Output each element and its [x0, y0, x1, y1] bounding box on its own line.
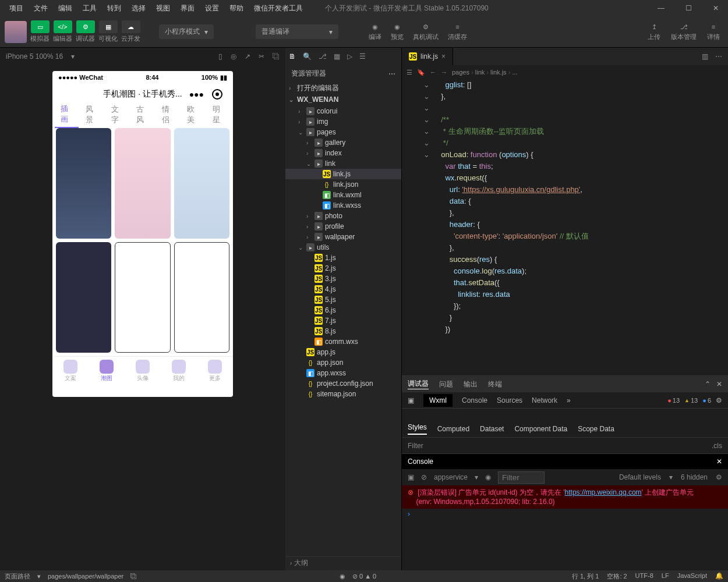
tree-node[interactable]: {}project.config.json: [285, 378, 401, 389]
maximize-icon[interactable]: ☐: [681, 2, 697, 14]
category-tab[interactable]: 情侣: [156, 102, 180, 127]
split-icon[interactable]: ▥: [702, 52, 708, 61]
menu-item[interactable]: 设置: [200, 2, 224, 15]
device-label[interactable]: iPhone 5 100% 16: [6, 52, 63, 61]
branch-icon[interactable]: ⎇: [319, 52, 327, 61]
menu-item[interactable]: 项目: [5, 2, 28, 15]
tree-node[interactable]: ◧comm.wxs: [285, 336, 401, 347]
nav-item[interactable]: 潮图: [100, 360, 114, 382]
menu-item[interactable]: 文件: [29, 2, 52, 15]
preview-button[interactable]: ◉预览: [387, 21, 407, 42]
wallpaper-card[interactable]: [115, 128, 170, 239]
tree-node[interactable]: JS3.js: [285, 274, 401, 284]
console-prompt[interactable]: ›: [402, 509, 728, 519]
tree-node[interactable]: JS4.js: [285, 284, 401, 294]
compile-mode-dropdown[interactable]: 普通编译▾: [256, 24, 338, 39]
category-tab[interactable]: 风景: [80, 102, 104, 127]
db-icon[interactable]: ☰: [359, 52, 366, 61]
devtools-tab[interactable]: 终端: [488, 379, 502, 389]
editor-button[interactable]: </>: [54, 20, 72, 33]
locate-icon[interactable]: ◎: [231, 52, 236, 61]
close-capsule-icon[interactable]: [212, 89, 222, 100]
error-count[interactable]: 13: [667, 397, 680, 404]
outline-section[interactable]: 大纲: [294, 559, 308, 567]
cut-icon[interactable]: ✂: [259, 52, 264, 61]
list-icon[interactable]: ☰: [407, 69, 412, 76]
warning-count[interactable]: 13: [684, 397, 698, 404]
copy-icon[interactable]: ⿻: [130, 573, 137, 580]
more-icon[interactable]: ⋯: [715, 52, 722, 61]
tree-node[interactable]: ◧link.wxss: [285, 200, 401, 211]
tree-node[interactable]: ◧link.wxml: [285, 190, 401, 200]
back-icon[interactable]: ←: [430, 69, 436, 76]
share-icon[interactable]: ↗: [245, 52, 250, 61]
inspect-icon[interactable]: ▣: [408, 396, 414, 404]
more-icon[interactable]: ⋯: [388, 70, 395, 78]
styles-tab[interactable]: Computed: [437, 425, 469, 433]
detail-button[interactable]: ≡详情: [704, 21, 723, 42]
wallpaper-card[interactable]: [56, 242, 111, 353]
close-icon[interactable]: ✕: [716, 380, 722, 388]
styles-tab[interactable]: Styles: [408, 423, 427, 435]
styles-tab[interactable]: Dataset: [480, 425, 504, 433]
visual-button[interactable]: ▦: [99, 20, 118, 33]
bell-icon[interactable]: 🔔: [715, 572, 723, 581]
project-root[interactable]: ⌄WX_WENAN: [285, 94, 401, 105]
expand-icon[interactable]: ⌃: [705, 380, 711, 388]
play-icon[interactable]: ▷: [347, 52, 352, 61]
menu-item[interactable]: 转到: [103, 2, 126, 15]
page-path[interactable]: pages/wallpaper/wallpaper: [48, 573, 123, 580]
tree-node[interactable]: JS5.js: [285, 294, 401, 305]
devtools-tab[interactable]: 调试器: [408, 379, 429, 389]
forward-icon[interactable]: →: [441, 69, 447, 76]
menu-item[interactable]: 编辑: [54, 2, 77, 15]
devtools-subtab[interactable]: Console: [462, 396, 487, 404]
tree-node[interactable]: ⌄▸link: [285, 158, 401, 169]
upload-button[interactable]: ↥上传: [644, 21, 664, 42]
category-tab[interactable]: 文字: [105, 102, 129, 127]
version-button[interactable]: ⎇版本管理: [667, 21, 700, 42]
tree-node[interactable]: ◧app.wxss: [285, 368, 401, 378]
levels-dropdown[interactable]: Default levels: [619, 473, 661, 481]
tree-node[interactable]: ›▸wallpaper: [285, 232, 401, 242]
minimize-icon[interactable]: —: [653, 2, 669, 14]
tree-node[interactable]: JSapp.js: [285, 347, 401, 357]
clear-button[interactable]: ≡清缓存: [444, 21, 471, 42]
menu-item[interactable]: 微信开发者工具: [249, 2, 308, 15]
cloud-button[interactable]: ☁: [122, 20, 140, 33]
cls-button[interactable]: .cls: [712, 442, 722, 450]
tree-node[interactable]: ›▸index: [285, 148, 401, 158]
editor-tab[interactable]: JSlink.js×: [402, 48, 453, 65]
close-icon[interactable]: ✕: [716, 457, 722, 466]
more-icon[interactable]: »: [567, 396, 571, 404]
simulator-button[interactable]: ▭: [31, 20, 50, 33]
devtools-subtab[interactable]: Wxml: [423, 394, 453, 407]
phone-icon[interactable]: ▯: [218, 52, 222, 61]
tree-node[interactable]: {}app.json: [285, 357, 401, 368]
wallpaper-card[interactable]: [115, 242, 170, 353]
category-tab[interactable]: 欧美: [181, 102, 205, 127]
devtools-tab[interactable]: 输出: [464, 379, 478, 389]
tree-node[interactable]: ⌄▸pages: [285, 127, 401, 137]
bookmark-icon[interactable]: 🔖: [417, 69, 425, 76]
tree-node[interactable]: {}sitemap.json: [285, 389, 401, 399]
nav-item[interactable]: 更多: [208, 360, 222, 382]
avatar[interactable]: [5, 21, 27, 43]
wallpaper-card[interactable]: [174, 128, 229, 239]
inspect-icon[interactable]: ▣: [408, 473, 414, 481]
wallpaper-card[interactable]: [56, 128, 111, 239]
styles-tab[interactable]: Scope Data: [578, 425, 614, 433]
menu-item[interactable]: 帮助: [225, 2, 248, 15]
filter-label[interactable]: Filter: [408, 442, 423, 450]
remote-button[interactable]: ⚙真机调试: [409, 21, 442, 42]
category-tab[interactable]: 明星: [207, 102, 231, 127]
tree-node[interactable]: JS1.js: [285, 253, 401, 263]
nav-item[interactable]: 我的: [172, 360, 186, 382]
copy-icon[interactable]: ⿻: [273, 52, 280, 61]
files-icon[interactable]: 🗎: [289, 52, 296, 61]
styles-tab[interactable]: Component Data: [514, 425, 567, 433]
devtools-subtab[interactable]: Sources: [497, 396, 522, 404]
eol-label[interactable]: LF: [662, 572, 669, 581]
eye-icon[interactable]: ◉: [340, 573, 345, 580]
tree-node[interactable]: JS8.js: [285, 326, 401, 336]
